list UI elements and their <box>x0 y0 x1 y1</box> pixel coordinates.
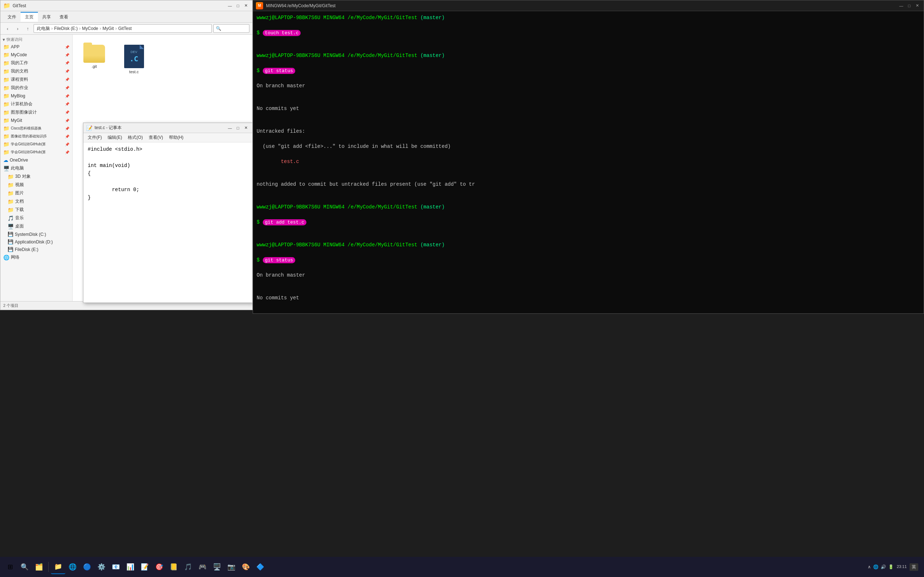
terminal-close[interactable]: ✕ <box>914 2 921 10</box>
close-button[interactable]: ✕ <box>242 2 249 10</box>
sidebar-item-work[interactable]: 📁我的工作📌 <box>0 59 72 67</box>
taskbar-clock[interactable]: 23:11 <box>897 564 907 569</box>
sidebar-item-onedrive[interactable]: ☁OneDrive <box>0 156 72 164</box>
sidebar-item-video[interactable]: 📁视频 <box>0 181 72 189</box>
term-output: On branch master <box>257 272 920 279</box>
sidebar-item-docs[interactable]: 📁我的文档📌 <box>0 67 72 76</box>
git-folder-label: .git <box>92 64 97 69</box>
terminal-maximize[interactable]: □ <box>906 2 913 10</box>
taskbar-separator <box>48 562 49 572</box>
sidebar-item-git1[interactable]: 📁学会Git玩转GitHub(算📌 <box>0 140 72 148</box>
addr-disk[interactable]: FileDisk (E:) <box>54 26 78 31</box>
addr-mygit[interactable]: MyGit <box>102 26 114 31</box>
start-button[interactable]: ⊞ <box>3 560 17 574</box>
sidebar-item-graphics[interactable]: 📁图形图像设计📌 <box>0 108 72 116</box>
paint-button[interactable]: 🎨 <box>239 560 253 574</box>
terminal-body[interactable]: wwwzj@LAPTOP-9BBK7S6U MINGW64 /e/MyCode/… <box>253 11 924 313</box>
notepad-menu-help[interactable]: 帮助(H) <box>166 134 187 141</box>
sidebar-item-association[interactable]: 📁计算机协会📌 <box>0 100 72 108</box>
sidebar-item-cisco[interactable]: 📁Cisco思科模拟器换📌 <box>0 124 72 132</box>
edge-button[interactable]: 🌐 <box>65 560 80 574</box>
excel-button[interactable]: 📊 <box>123 560 137 574</box>
notepad-menu-edit[interactable]: 编辑(E) <box>105 134 125 141</box>
sidebar-item-downloads[interactable]: 📁下载 <box>0 206 72 214</box>
notepad-menu-format[interactable]: 格式(O) <box>125 134 145 141</box>
app2-button[interactable]: 🔷 <box>253 560 267 574</box>
search-input[interactable]: 🔍 <box>216 26 221 31</box>
sidebar-item-myblog[interactable]: 📁MyBlog📌 <box>0 92 72 100</box>
media-icon: 🎵 <box>184 563 192 571</box>
edge-icon: 🌐 <box>69 563 76 571</box>
testc-file-label: test.c <box>129 69 139 74</box>
game-button[interactable]: 🎮 <box>195 560 210 574</box>
tray-sound[interactable]: 🔊 <box>881 564 886 569</box>
notepad-menu: 文件(F) 编辑(E) 格式(O) 查看(V) 帮助(H) <box>83 133 252 142</box>
notepad-minimize[interactable]: — <box>226 124 234 132</box>
minimize-button[interactable]: — <box>226 2 234 10</box>
sidebar-item-3dobjects[interactable]: 📁3D 对象 <box>0 172 72 181</box>
media-button[interactable]: 🎵 <box>181 560 195 574</box>
sidebar-item-thispc[interactable]: 🖥️此电脑 <box>0 164 72 172</box>
tab-file[interactable]: 文件 <box>3 12 21 22</box>
display-icon: 🖥️ <box>213 563 221 571</box>
sidebar-item-ddrive[interactable]: 💾ApplicationDisk (D:) <box>0 238 72 246</box>
notepad-window: 📝 test.c - 记事本 — □ ✕ 文件(F) 编辑(E) 格式(O) 查… <box>83 122 253 303</box>
terminal-minimize[interactable]: — <box>898 2 905 10</box>
up-button[interactable]: ↑ <box>23 24 32 33</box>
sidebar-item-imageproc[interactable]: 📁图像处理的基础知识(6📌 <box>0 132 72 140</box>
sidebar-item-cdrive[interactable]: 💾SystemDisk (C:) <box>0 230 72 238</box>
chrome-button[interactable]: 🔵 <box>80 560 94 574</box>
term-line: wwwzj@LAPTOP-9BBK7S6U MINGW64 /e/MyCode/… <box>257 52 920 60</box>
term-cmd-line: $ git add test.c <box>257 219 920 226</box>
sidebar-item-mycode[interactable]: 📁MyCode📌 <box>0 51 72 59</box>
tray-network[interactable]: 🌐 <box>873 564 879 569</box>
notepad-content[interactable]: #include <stdio.h> int main(void) { retu… <box>83 142 252 303</box>
search-button[interactable]: 🔍 <box>17 560 32 574</box>
address-bar[interactable]: 此电脑 › FileDisk (E:) › MyCode › MyGit › G… <box>34 24 212 33</box>
back-button[interactable]: ‹ <box>3 24 12 33</box>
explorer-title: GitTest <box>13 3 226 8</box>
git-status-cmd1: git status <box>263 68 295 74</box>
folder-icon <box>83 45 105 63</box>
c-file-icon: DEV .C <box>124 45 144 68</box>
sidebar-item-desktop[interactable]: 🖥️桌面 <box>0 222 72 230</box>
notepad-maximize[interactable]: □ <box>234 124 241 132</box>
tray-battery[interactable]: 🔋 <box>888 564 894 569</box>
addr-mycode[interactable]: MyCode <box>82 26 98 31</box>
sidebar-item-homework[interactable]: 📁我的作业📌 <box>0 84 72 92</box>
language-indicator[interactable]: 英 <box>909 563 918 571</box>
terminal-window: M MINGW64:/e/MyCode/MyGit/GitTest — □ ✕ … <box>253 0 924 314</box>
file-explorer-button[interactable]: 📁 <box>51 560 65 574</box>
tab-home[interactable]: 主页 <box>21 12 38 22</box>
notepad-close[interactable]: ✕ <box>242 124 249 132</box>
sidebar-item-course[interactable]: 📁课程资料📌 <box>0 76 72 84</box>
sidebar-item-git2[interactable]: 📁学会Git玩转GitHub(算📌 <box>0 148 72 156</box>
sidebar-item-documents[interactable]: 📁文档 <box>0 197 72 206</box>
settings-button[interactable]: ⚙️ <box>94 560 109 574</box>
taskview-button[interactable]: 🗂️ <box>32 560 46 574</box>
sidebar-item-edrive[interactable]: 💾FileDisk (E:) <box>0 246 72 253</box>
sidebar-item-app[interactable]: 📁APP📌 <box>0 43 72 51</box>
addr-pc[interactable]: 此电脑 <box>37 26 50 32</box>
sidebar-item-pictures[interactable]: 📁图片 <box>0 189 72 197</box>
sidebar-item-network[interactable]: 🌐网络 <box>0 253 72 261</box>
addr-gittest[interactable]: GitTest <box>118 26 131 31</box>
photo-button[interactable]: 📷 <box>224 560 239 574</box>
mail-button[interactable]: 📧 <box>109 560 123 574</box>
onenote-button[interactable]: 📒 <box>166 560 181 574</box>
sidebar-item-mygit[interactable]: 📁MyGit📌 <box>0 116 72 124</box>
notepad-menu-view[interactable]: 查看(V) <box>146 134 166 141</box>
display-button[interactable]: 🖥️ <box>210 560 224 574</box>
git-folder[interactable]: .git <box>80 42 109 77</box>
tab-share[interactable]: 共享 <box>38 12 55 22</box>
notepad-menu-file[interactable]: 文件(F) <box>85 134 105 141</box>
tray-up-arrow[interactable]: ∧ <box>868 564 871 569</box>
maximize-button[interactable]: □ <box>234 2 241 10</box>
tab-view[interactable]: 查看 <box>55 12 73 22</box>
app1-button[interactable]: 🎯 <box>152 560 166 574</box>
sidebar-item-music[interactable]: 🎵音乐 <box>0 214 72 222</box>
word-button[interactable]: 📝 <box>137 560 152 574</box>
terminal-titlebar: M MINGW64:/e/MyCode/MyGit/GitTest — □ ✕ <box>253 0 924 11</box>
forward-button[interactable]: › <box>13 24 22 33</box>
testc-file[interactable]: DEV .C test.c <box>120 42 149 77</box>
